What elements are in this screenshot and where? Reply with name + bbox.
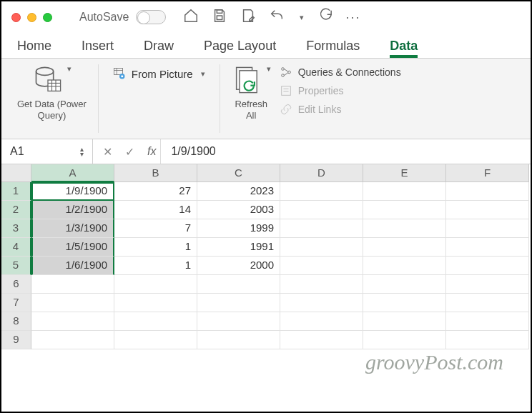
cell[interactable] [197,331,280,349]
cell[interactable]: 2000 [197,257,280,275]
row-header[interactable]: 2 [1,201,31,219]
cell[interactable] [280,331,363,349]
cell[interactable] [197,312,280,331]
get-data-group[interactable]: ▾ Get Data (Power Query) [11,64,99,133]
cell[interactable] [197,294,280,312]
row-header[interactable]: 9 [1,331,31,349]
column-header[interactable]: F [446,164,529,182]
cell[interactable] [280,294,363,312]
cell[interactable]: 14 [114,201,197,219]
cell[interactable] [363,294,446,312]
tab-home[interactable]: Home [17,39,51,58]
spreadsheet-grid[interactable]: ABCDEF11/9/190027202321/2/190014200331/3… [1,164,531,349]
cell[interactable]: 2003 [197,201,280,219]
refresh-group[interactable]: ▾ Refresh All [226,64,280,133]
home-icon[interactable] [183,8,199,26]
cell[interactable] [114,331,197,349]
cell[interactable] [446,275,529,294]
formula-input[interactable]: 1/9/1900 [160,139,215,164]
tab-page-layout[interactable]: Page Layout [204,39,276,58]
queries-connections-button[interactable]: Queries & Connections [280,66,401,79]
redo-icon[interactable] [317,8,332,26]
cell[interactable] [31,294,114,312]
row-header[interactable]: 7 [1,294,31,312]
from-picture-button[interactable]: From Picture ▾ [110,66,208,81]
cell[interactable] [446,201,529,219]
cell[interactable] [446,312,529,331]
name-box-stepper[interactable]: ▴▾ [80,146,84,156]
cell[interactable]: 1 [114,257,197,275]
cell[interactable] [280,238,363,257]
column-header[interactable]: B [114,164,197,182]
cell[interactable] [446,257,529,275]
cell[interactable] [363,275,446,294]
cell[interactable]: 1/5/1900 [31,238,114,257]
tab-data[interactable]: Data [390,39,418,58]
row-header[interactable]: 3 [1,219,31,238]
row-header[interactable]: 4 [1,238,31,257]
cell[interactable]: 1/2/1900 [31,201,114,219]
cell[interactable] [363,257,446,275]
cell[interactable] [363,219,446,238]
save-as-icon[interactable] [240,8,256,26]
cell[interactable]: 1/3/1900 [31,219,114,238]
cell[interactable] [280,182,363,201]
column-header[interactable]: E [363,164,446,182]
fx-icon[interactable]: fx [147,145,156,158]
cell[interactable] [363,312,446,331]
column-header[interactable]: A [31,164,114,182]
cell[interactable] [280,312,363,331]
more-commands-button[interactable]: ··· [345,10,360,25]
cell[interactable]: 1 [114,238,197,257]
close-window-button[interactable] [11,13,21,22]
tab-insert[interactable]: Insert [82,39,114,58]
row-header[interactable]: 5 [1,257,31,275]
autosave-control[interactable]: AutoSave [79,10,166,24]
cell[interactable] [197,275,280,294]
cancel-formula-icon[interactable]: ✕ [103,145,112,159]
tab-draw[interactable]: Draw [144,39,174,58]
undo-icon[interactable] [269,8,285,26]
cell[interactable]: 1/9/1900 [31,182,114,201]
cell[interactable]: 2023 [197,182,280,201]
maximize-window-button[interactable] [43,13,52,22]
cell[interactable] [446,182,529,201]
column-header[interactable]: C [197,164,280,182]
window-controls [11,13,52,22]
cell[interactable] [114,275,197,294]
tab-formulas[interactable]: Formulas [306,39,360,58]
column-header[interactable]: D [280,164,363,182]
name-box[interactable]: A1 ▴▾ [1,139,93,164]
cell[interactable] [446,219,529,238]
minimize-window-button[interactable] [27,13,36,22]
row-header[interactable]: 1 [1,182,31,201]
cell[interactable] [114,294,197,312]
cell[interactable] [280,201,363,219]
save-icon[interactable] [212,8,227,26]
cell[interactable] [363,331,446,349]
autosave-toggle[interactable] [136,10,166,24]
row-header[interactable]: 6 [1,275,31,294]
cell[interactable] [114,312,197,331]
cell[interactable]: 1991 [197,238,280,257]
cell[interactable] [280,219,363,238]
row-header[interactable]: 8 [1,312,31,331]
cell[interactable] [31,275,114,294]
accept-formula-icon[interactable]: ✓ [125,145,134,159]
cell[interactable] [363,182,446,201]
select-all-corner[interactable] [1,164,31,182]
cell[interactable]: 7 [114,219,197,238]
undo-dropdown[interactable]: ▾ [300,13,304,22]
cell[interactable] [446,331,529,349]
cell[interactable] [31,331,114,349]
cell[interactable] [446,238,529,257]
cell[interactable]: 27 [114,182,197,201]
cell[interactable] [363,238,446,257]
cell[interactable]: 1999 [197,219,280,238]
cell[interactable] [280,275,363,294]
cell[interactable] [363,201,446,219]
cell[interactable]: 1/6/1900 [31,257,114,275]
cell[interactable] [446,294,529,312]
cell[interactable] [31,312,114,331]
cell[interactable] [280,257,363,275]
